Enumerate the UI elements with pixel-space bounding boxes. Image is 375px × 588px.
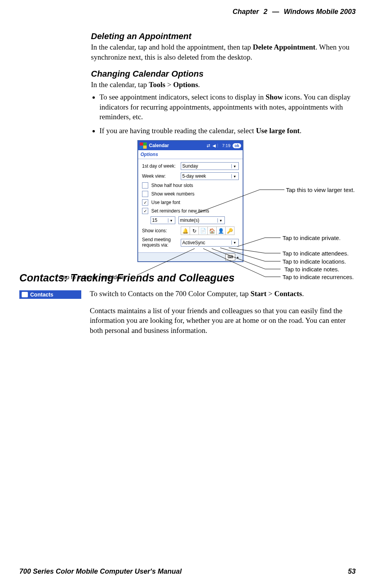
icon-private[interactable]: 🔑 [225, 226, 235, 235]
callout-reminders: Tap to indicate reminders. [60, 274, 127, 280]
clock: 7:19 [222, 143, 230, 148]
footer-page-number: 53 [348, 567, 356, 576]
icon-notes[interactable]: 📄 [199, 226, 208, 235]
options-bullets: To see appointment indicators, select ic… [91, 92, 353, 136]
volume-icon[interactable]: ◀⋮ [212, 143, 220, 148]
checkbox-half-hour[interactable] [142, 182, 148, 189]
callout-locations: Tap to indicate locations. [283, 258, 346, 265]
options-figure: Calendar ⇄ ◀⋮ 7:19 ok Options 1st day of… [137, 140, 354, 262]
callout-larger-text: Tap this to view larger text. [286, 187, 355, 193]
header-separator: — [272, 8, 279, 16]
chevron-down-icon: ▾ [231, 164, 237, 168]
chevron-down-icon: ▾ [231, 174, 237, 178]
callout-private: Tap to indicate private. [283, 235, 341, 241]
select-send-requests[interactable]: ActiveSync▾ [181, 239, 239, 247]
icon-location[interactable]: 🏠 [207, 226, 217, 235]
keyboard-icon[interactable]: ⌨ [225, 254, 235, 261]
titlebar-title: Calendar [149, 143, 204, 148]
heading-changing-options: Changing Calendar Options [91, 69, 353, 79]
select-reminder-unit[interactable]: minute(s)▾ [178, 216, 225, 224]
callout-notes: Tap to indicate notes. [284, 266, 339, 273]
options-screenshot: Calendar ⇄ ◀⋮ 7:19 ok Options 1st day of… [137, 140, 243, 262]
header-chapter: Chapter [233, 8, 259, 16]
para-contacts-desc: Contacts maintains a list of your friend… [90, 306, 356, 336]
label-first-day: 1st day of week: [142, 163, 178, 169]
contacts-badge-label: Contacts [30, 291, 53, 298]
label-half-hour: Show half hour slots [151, 183, 193, 188]
contacts-icon [22, 292, 28, 297]
titlebar: Calendar ⇄ ◀⋮ 7:19 ok [138, 141, 243, 150]
checkbox-large-font[interactable]: ✓ [142, 199, 148, 206]
icon-recurrence[interactable]: ↻ [190, 226, 199, 235]
para-deleting: In the calendar, tap and hold the appoin… [91, 42, 353, 62]
para-changing-options: In the calendar, tap Tools > Options. [91, 80, 353, 90]
chevron-down-icon: ▾ [231, 240, 237, 245]
chevron-down-icon: ▾ [217, 218, 223, 223]
label-show-icons: Show icons: [142, 228, 178, 233]
contacts-badge: Contacts [19, 290, 81, 299]
label-set-reminders: Set reminders for new items [151, 208, 209, 214]
label-large-font: Use large font [151, 200, 180, 205]
para-contacts-switch: To switch to Contacts on the 700 Color C… [90, 289, 356, 299]
panel-title: Options [138, 150, 243, 159]
callout-attendees: Tap to indicate attendees. [283, 250, 349, 257]
select-first-day[interactable]: Sunday▾ [181, 162, 239, 170]
page-footer: 700 Series Color Mobile Computer User's … [19, 567, 356, 576]
sip-chevron-icon[interactable]: ▴ [237, 255, 239, 259]
label-week-numbers: Show week numbers [151, 191, 194, 197]
sip-bar: ⌨▴ [138, 252, 243, 261]
icon-reminder[interactable]: 🔔 [181, 226, 190, 235]
chevron-down-icon: ▾ [168, 218, 174, 223]
label-week-view: Week view: [142, 173, 178, 179]
label-send-requests: Send meeting requests via: [142, 237, 178, 247]
callout-recurrences: Tap to indicate recurrences. [283, 274, 354, 280]
select-reminder-number[interactable]: 15▾ [151, 216, 175, 224]
select-week-view[interactable]: 5-day week▾ [181, 172, 239, 180]
heading-deleting: Deleting an Appointment [91, 31, 353, 41]
icon-attendees[interactable]: 👤 [216, 226, 226, 235]
start-flag-icon[interactable] [140, 142, 147, 149]
connectivity-icon[interactable]: ⇄ [207, 143, 210, 148]
checkbox-set-reminders[interactable]: ✓ [142, 208, 148, 214]
running-header: Chapter 2 — Windows Mobile 2003 [19, 8, 356, 16]
ok-button[interactable]: ok [233, 143, 241, 148]
bullet-large-font: If you are having trouble reading the ca… [99, 126, 353, 136]
header-number: 2 [264, 8, 267, 16]
footer-manual-title: 700 Series Color Mobile Computer User's … [19, 567, 182, 576]
bullet-show-icons: To see appointment indicators, select ic… [99, 92, 353, 122]
checkbox-week-numbers[interactable] [142, 191, 148, 197]
header-title: Windows Mobile 2003 [284, 8, 356, 16]
